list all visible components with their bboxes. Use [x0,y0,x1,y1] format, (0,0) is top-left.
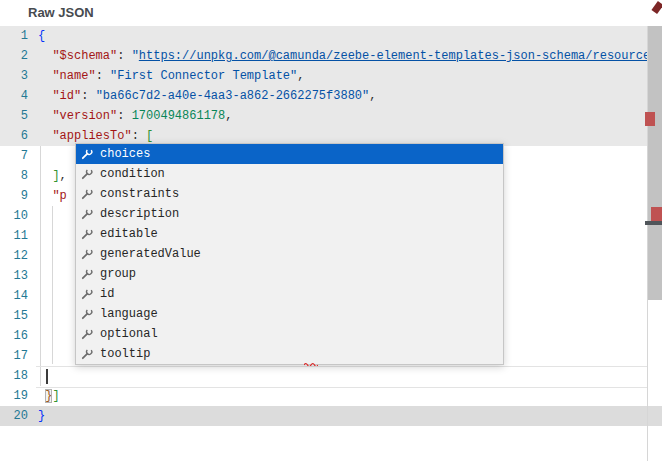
code-token: [ [146,129,153,143]
suggestion-item[interactable]: tooltip [76,344,503,364]
line-number: 3 [0,66,28,86]
code-token [38,109,52,123]
code-token: "name" [52,69,95,83]
suggestion-item[interactable]: condition [76,164,503,184]
suggestion-item[interactable]: choices [76,144,503,164]
code-line-content[interactable]: "version": 1700494861178, [38,106,232,126]
code-token: : [96,69,110,83]
suggestion-label: optional [100,327,158,341]
suggestion-item[interactable]: language [76,304,503,324]
line-number: 5 [0,106,28,126]
code-token: "id" [52,89,81,103]
wrench-icon [80,267,94,281]
suggestion-label: generatedValue [100,247,201,261]
code-line-content[interactable]: }] [38,386,60,406]
line-number: 2 [0,46,28,66]
code-token: { [38,29,45,43]
code-token: , [297,69,304,83]
code-token [38,49,52,63]
clipped-corner-glyph [651,1,662,14]
indent-guide [40,146,41,386]
code-line[interactable]: 1{ [0,26,662,46]
code-token: "First Connector Template" [110,69,297,83]
code-line[interactable]: 19 }] [0,386,662,406]
code-token: , [60,169,67,183]
wrench-icon [80,327,94,341]
suggestion-label: id [100,287,114,301]
wrench-icon [80,207,94,221]
code-token: "ba66c7d2-a40e-4aa3-a862-2662275f3880" [96,89,370,103]
suggestion-label: language [100,307,158,321]
suggestion-item[interactable]: constraints [76,184,503,204]
code-line-content[interactable]: { [38,26,45,46]
code-line[interactable]: 5 "version": 1700494861178, [0,106,662,126]
code-line-content[interactable]: "id": "ba66c7d2-a40e-4aa3-a862-2662275f3… [38,86,376,106]
wrench-icon [80,287,94,301]
overview-cursor-marker [645,221,662,225]
line-number: 16 [0,326,28,346]
code-token: "version" [52,109,117,123]
suggestion-item[interactable]: generatedValue [76,244,503,264]
code-token: "$schema" [52,49,117,63]
line-number: 10 [0,206,28,226]
code-token: : [81,89,95,103]
code-line-content[interactable]: "name": "First Connector Template", [38,66,304,86]
code-line[interactable]: 4 "id": "ba66c7d2-a40e-4aa3-a862-2662275… [0,86,662,106]
autocomplete-dropdown: choicesconditionconstraintsdescriptioned… [75,143,504,365]
code-token [38,89,52,103]
code-line-content[interactable]: ], [38,166,67,186]
code-token: "p [52,189,66,203]
line-number: 17 [0,346,28,366]
line-number: 8 [0,166,28,186]
suggestion-item[interactable]: editable [76,224,503,244]
line-number: 12 [0,246,28,266]
error-squiggle [304,362,318,366]
wrench-icon [80,187,94,201]
suggestion-label: choices [100,147,150,161]
code-line[interactable]: 20} [0,406,662,426]
line-number: 18 [0,366,28,386]
wrench-icon [80,227,94,241]
code-line-content[interactable]: } [38,406,45,426]
line-number: 20 [0,406,28,426]
raw-json-editor-panel: Raw JSON 1{2 "$schema": "https://unpkg.c… [0,0,662,461]
code-token: : [117,49,131,63]
code-token: 1700494861178 [132,109,226,123]
suggestion-label: constraints [100,187,179,201]
scrollbar-thumb[interactable] [648,26,662,300]
line-number: 4 [0,86,28,106]
code-token: : [117,109,131,123]
code-line[interactable]: 3 "name": "First Connector Template", [0,66,662,86]
code-token: , [225,109,232,123]
line-number: 14 [0,286,28,306]
current-line-highlight [36,366,647,388]
suggestion-item[interactable]: optional [76,324,503,344]
indent-guide [52,206,53,364]
code-token: , [369,89,376,103]
wrench-icon [80,307,94,321]
suggestion-label: tooltip [100,347,150,361]
panel-title: Raw JSON [28,5,94,20]
code-token: " [132,49,139,63]
suggestion-item[interactable]: group [76,264,503,284]
line-number: 1 [0,26,28,46]
suggestion-label: editable [100,227,158,241]
wrench-icon [80,247,94,261]
suggestion-label: description [100,207,179,221]
suggestion-item[interactable]: description [76,204,503,224]
code-token: ] [52,169,59,183]
line-number: 15 [0,306,28,326]
suggestion-label: condition [100,167,165,181]
code-token [38,129,52,143]
code-line-content[interactable]: "$schema": "https://unpkg.com/@camunda/z… [38,46,657,66]
line-number: 13 [0,266,28,286]
overview-error-marker [645,112,655,126]
line-number: 6 [0,126,28,146]
code-token: } [38,409,45,423]
code-line[interactable]: 2 "$schema": "https://unpkg.com/@camunda… [0,46,662,66]
suggestion-item[interactable]: id [76,284,503,304]
code-line-content[interactable]: "p [38,186,67,206]
code-token: https://unpkg.com/@camunda/zeebe-element… [139,49,657,63]
code-token: "appliesTo" [52,129,131,143]
code-token: ] [52,389,59,403]
